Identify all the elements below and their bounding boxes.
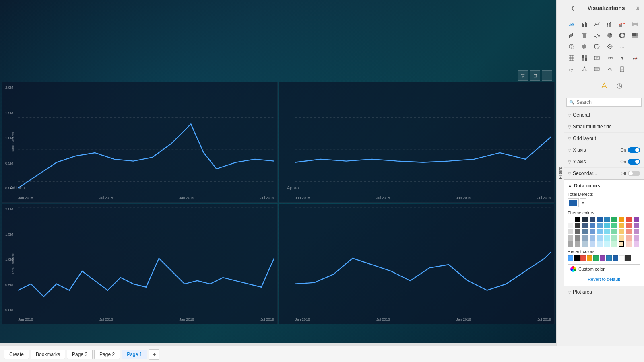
viz-icon-treemap[interactable] [630, 30, 640, 41]
viz-icon-paginated[interactable] [617, 64, 627, 74]
filters-tab[interactable]: Filters [556, 0, 564, 346]
theme-color-23[interactable] [590, 229, 595, 234]
theme-color-29[interactable] [634, 229, 639, 234]
theme-color-24[interactable] [597, 229, 603, 234]
viz-icon-python[interactable]: Py [566, 64, 577, 74]
theme-color-15[interactable] [604, 223, 610, 228]
viz-icon-kpi[interactable]: KPI [605, 53, 615, 63]
viz-icon-decomp-tree[interactable] [579, 64, 590, 74]
theme-color-31[interactable] [575, 235, 580, 241]
theme-color-38[interactable] [626, 235, 632, 241]
recent-color-8[interactable] [619, 255, 625, 261]
page-tab-3[interactable]: Page 3 [67, 350, 93, 359]
revert-btn[interactable]: Revert to default [568, 276, 640, 283]
theme-color-47[interactable] [619, 241, 624, 247]
viz-format-icon[interactable] [597, 79, 611, 93]
viz-icon-shape-map[interactable] [592, 41, 602, 52]
panel-expand-btn[interactable]: ⊞ [636, 6, 639, 11]
viz-icon-matrix[interactable] [579, 53, 590, 63]
theme-color-16[interactable] [611, 223, 617, 228]
theme-color-36[interactable] [611, 235, 617, 241]
recent-color-7[interactable] [613, 255, 618, 261]
viz-icon-r-visual[interactable]: R [617, 53, 627, 63]
theme-color-45[interactable] [604, 241, 610, 247]
theme-color-49[interactable] [634, 241, 639, 247]
theme-color-27[interactable] [619, 229, 624, 234]
toggle-x-axis[interactable]: On [620, 147, 640, 153]
more-btn[interactable]: ··· [542, 70, 552, 81]
prop-y-axis[interactable]: ▽ Y axis On [564, 156, 644, 168]
viz-icon-bar-chart[interactable] [579, 19, 590, 29]
theme-color-18[interactable] [626, 223, 632, 228]
swatch-dropdown[interactable]: ▼ [580, 198, 586, 207]
viz-icon-combo-chart[interactable] [617, 19, 627, 29]
search-input[interactable] [576, 99, 639, 105]
theme-color-12[interactable] [582, 223, 588, 228]
custom-color-btn[interactable]: Custom color [568, 264, 640, 274]
theme-color-30[interactable] [568, 235, 573, 241]
theme-color-3[interactable] [590, 217, 595, 222]
theme-color-33[interactable] [590, 235, 595, 241]
viz-icon-funnel[interactable] [579, 30, 590, 41]
recent-color-5[interactable] [600, 255, 605, 261]
viz-fields-icon[interactable] [582, 79, 596, 93]
prop-small-multiple[interactable]: ▽ Small multiple title [564, 121, 644, 133]
panel-collapse-btn[interactable]: ❮ [569, 4, 577, 12]
page-tab-2[interactable]: Page 2 [94, 350, 120, 359]
theme-color-40[interactable] [568, 241, 573, 247]
toggle-x-track[interactable] [628, 147, 640, 153]
theme-color-0[interactable] [568, 217, 573, 222]
viz-icon-more[interactable]: ··· [617, 41, 627, 52]
page-tab-add[interactable]: + [149, 349, 159, 360]
theme-color-41[interactable] [575, 241, 580, 247]
theme-color-25[interactable] [604, 229, 610, 234]
recent-color-2[interactable] [580, 255, 586, 261]
viz-icon-gauge[interactable] [630, 53, 640, 63]
theme-color-28[interactable] [626, 229, 632, 234]
theme-color-13[interactable] [590, 223, 595, 228]
theme-color-22[interactable] [582, 229, 588, 234]
theme-color-42[interactable] [582, 241, 588, 247]
viz-icon-ribbon-chart[interactable] [630, 19, 640, 29]
search-box[interactable]: 🔍 [566, 98, 642, 107]
theme-color-17[interactable] [619, 223, 624, 228]
theme-color-43[interactable] [590, 241, 595, 247]
theme-color-19[interactable] [634, 223, 639, 228]
theme-color-1[interactable] [575, 217, 580, 222]
viz-icon-smart-narrative[interactable] [605, 64, 615, 74]
prop-x-axis[interactable]: ▽ X axis On [564, 144, 644, 156]
toggle-secondary[interactable]: Off [621, 171, 640, 176]
theme-color-34[interactable] [597, 235, 603, 241]
viz-icon-pie[interactable] [605, 30, 615, 41]
theme-color-7[interactable] [619, 217, 624, 222]
prop-grid-layout[interactable]: ▽ Grid layout [564, 133, 644, 144]
theme-color-35[interactable] [604, 235, 610, 241]
recent-color-0[interactable] [568, 255, 573, 261]
theme-color-44[interactable] [597, 241, 603, 247]
viz-icon-filled-map[interactable] [579, 41, 590, 52]
viz-icon-card[interactable] [592, 53, 602, 63]
color-swatch-btn[interactable] [568, 198, 579, 207]
toggle-y-track[interactable] [628, 159, 640, 165]
theme-color-46[interactable] [611, 241, 617, 247]
data-colors-header[interactable]: ▲ Data colors [568, 183, 640, 189]
recent-color-1[interactable] [574, 255, 580, 261]
viz-icon-azure-map[interactable] [605, 41, 615, 52]
toggle-y-axis[interactable]: On [620, 159, 640, 165]
theme-color-9[interactable] [634, 217, 639, 222]
theme-color-6[interactable] [611, 217, 617, 222]
theme-color-11[interactable] [575, 223, 580, 228]
prop-general[interactable]: ▽ General [564, 109, 644, 121]
recent-color-9[interactable] [625, 255, 631, 261]
page-tab-1[interactable]: Page 1 [122, 350, 147, 359]
page-tab-bookmarks[interactable]: Bookmarks [31, 350, 65, 359]
theme-color-26[interactable] [611, 229, 617, 234]
filter-btn[interactable]: ▽ [518, 70, 528, 81]
prop-plot-area[interactable]: ▽ Plot area [564, 286, 644, 298]
viz-icon-table[interactable] [566, 53, 577, 63]
viz-icon-map[interactable] [566, 41, 577, 52]
toggle-secondary-track[interactable] [628, 171, 640, 176]
theme-color-14[interactable] [597, 223, 603, 228]
recent-color-3[interactable] [587, 255, 592, 261]
theme-color-39[interactable] [634, 235, 639, 241]
